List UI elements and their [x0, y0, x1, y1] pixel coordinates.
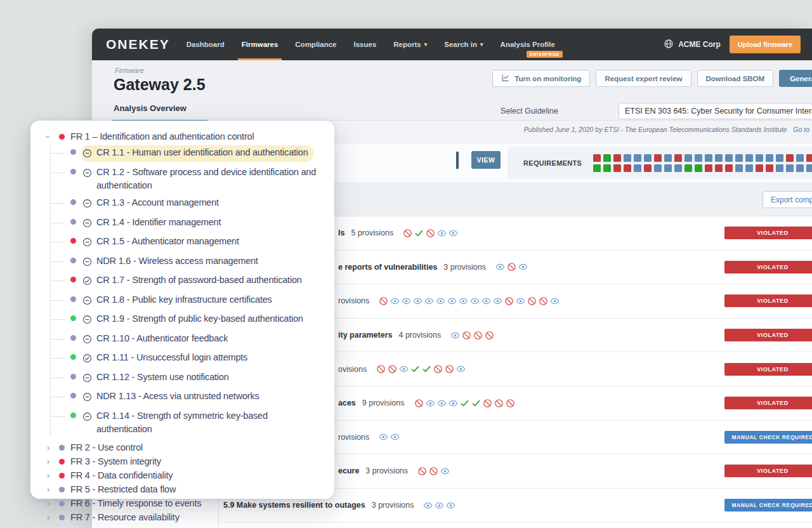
eye-icon	[437, 399, 447, 408]
tree-node-body: CR 1.11 - Unsuccessful login attempts	[81, 350, 252, 367]
status-dot	[70, 315, 76, 321]
prohibited-icon	[485, 331, 494, 340]
nav-item-issues[interactable]: Issues	[353, 29, 376, 60]
tree-node-cr-1-10[interactable]: CR 1.10 - Authenticator feedback	[51, 331, 325, 348]
requirement-square	[644, 164, 652, 172]
tree-node-label: CR 1.3 - Account management	[96, 196, 219, 209]
tree-node-cr-1-5[interactable]: CR 1.5 - Authenticator management	[51, 234, 325, 251]
requirement-square	[735, 164, 743, 172]
chevron-right-icon[interactable]: ›	[43, 471, 53, 480]
nav-item-label: Reports	[393, 41, 421, 48]
org-switcher[interactable]: ACME Corp	[664, 39, 721, 51]
tree-node-fr-4[interactable]: ›FR 4 - Data confidentiality	[43, 470, 325, 482]
firmware-header: Firmware Gateway 2.5 Turn on monitoringR…	[92, 60, 812, 98]
nav-item-label: Analysis Profile	[501, 41, 555, 48]
eye-icon	[426, 399, 435, 408]
chevron-right-icon[interactable]: ›	[43, 499, 53, 508]
prohibited-icon	[403, 228, 412, 238]
tab-analysis-overview[interactable]: Analysis Overview	[114, 103, 187, 113]
status-dot	[70, 277, 76, 282]
requirement-square	[634, 154, 641, 162]
tree-node-fr-2[interactable]: ›FR 2 - Use control	[43, 442, 325, 454]
tree-node-cr-1-4[interactable]: CR 1.4 - Identifier management	[51, 215, 325, 232]
chevron-right-icon[interactable]: ›	[43, 443, 53, 452]
compliance-view-button[interactable]: VIEW	[471, 151, 501, 169]
nav-item-firmwares[interactable]: Firmwares	[242, 29, 278, 60]
nav-item-search-in[interactable]: Search in▾	[444, 29, 483, 60]
nav-item-compliance[interactable]: Compliance	[295, 29, 336, 60]
tree-node-ndr-1-6[interactable]: NDR 1.6 - Wireless access management	[51, 254, 325, 270]
upload-firmware-button[interactable]: Upload firmware	[730, 36, 801, 53]
tree-node-label: CR 1.11 - Unsuccessful login attempts	[96, 351, 247, 364]
status-dot	[70, 219, 76, 225]
status-badge: VIOLATED	[724, 261, 812, 274]
provision-row-title: ecure	[338, 466, 359, 475]
tree-node-cr-1-7[interactable]: CR 1.7 - Strength of password-based auth…	[51, 273, 325, 289]
nav-item-reports[interactable]: Reports▾	[393, 29, 427, 60]
guideline-select[interactable]: ETSI EN 303 645: Cyber Security for Cons…	[619, 103, 812, 119]
prohibited-icon	[504, 296, 514, 306]
nav-item-dashboard[interactable]: Dashboard	[187, 29, 225, 60]
tree-node-cr-1-2[interactable]: CR 1.2 - Software process and device ide…	[51, 165, 325, 193]
chevron-right-icon[interactable]: ›	[43, 513, 53, 522]
chevron-right-icon[interactable]: ›	[43, 485, 53, 494]
download-sbom-button[interactable]: Download SBOM	[697, 70, 774, 87]
chevron-right-icon[interactable]: ›	[43, 457, 53, 466]
tree-node-label: CR 1.14 - Strength of symmetric key-base…	[96, 409, 320, 436]
button-label: Generate	[790, 75, 812, 82]
chevron-down-icon[interactable]: ›	[44, 131, 53, 142]
turn-on-monitoring-button[interactable]: Turn on monitoring	[492, 70, 590, 87]
tree-node-fr1[interactable]: › FR 1 – Identification and authenticati…	[43, 131, 325, 142]
tree-node-fr-6[interactable]: ›FR 6 - Timely response to events	[43, 498, 325, 510]
provision-row-title: ity parameters	[338, 331, 392, 340]
tree-node-cr-1-8[interactable]: CR 1.8 - Public key infrastructure certi…	[51, 293, 325, 309]
tree-node-cr-1-9[interactable]: CR 1.9 - Strength of public key-based au…	[51, 312, 325, 328]
tree-node-label: CR 1.4 - Identifier management	[96, 216, 221, 229]
tree-node-label: CR 1.7 - Strength of password-based auth…	[96, 274, 302, 287]
eye-icon	[495, 262, 505, 272]
tree-node-fr-7[interactable]: ›FR 7 - Resource availability	[43, 512, 325, 524]
eye-icon	[413, 296, 422, 306]
status-dot	[70, 149, 76, 155]
requirement-square	[634, 164, 641, 172]
generate-button[interactable]: Generate	[779, 70, 812, 87]
requirement-square	[745, 154, 753, 162]
tree-node-ndr-1-13[interactable]: NDR 1.13 - Acess via untrusted networks	[51, 389, 325, 406]
tree-node-fr-3[interactable]: ›FR 3 - System integrity	[43, 456, 325, 468]
nav-item-analysis-profile[interactable]: Analysis ProfileENTERPRISE	[501, 29, 555, 60]
minus-circle-icon	[82, 148, 92, 161]
eye-icon	[437, 228, 447, 238]
tree-node-cr-1-12[interactable]: CR 1.12 - System use notification	[51, 370, 325, 386]
tree-node-cr-1-14[interactable]: CR 1.14 - Strength of symmetric key-base…	[51, 409, 325, 437]
requirement-square	[674, 164, 682, 172]
provision-status-icons	[417, 466, 450, 476]
status-dot	[59, 487, 65, 492]
check-circle-icon	[82, 353, 92, 366]
minus-circle-icon	[82, 314, 92, 327]
eye-icon	[390, 296, 400, 306]
tree-node-body: CR 1.14 - Strength of symmetric key-base…	[81, 409, 325, 437]
tree-node-label: NDR 1.6 - Wireless access management	[96, 254, 258, 268]
tree-node-label: CR 1.1 - Human user identification and a…	[96, 146, 308, 159]
requirement-square	[624, 154, 631, 162]
status-dot	[70, 296, 76, 302]
button-label: Turn on monitoring	[514, 75, 581, 82]
export-compliance-button[interactable]: Export compliance	[763, 191, 812, 208]
tree-node-cr-1-3[interactable]: CR 1.3 - Account management	[51, 195, 325, 212]
provision-count: 9 provisions	[362, 399, 405, 407]
eye-icon	[456, 364, 466, 374]
requirement-square	[766, 154, 773, 162]
tree-node-cr-1-11[interactable]: CR 1.11 - Unsuccessful login attempts	[51, 350, 325, 367]
tree-node-cr-1-1[interactable]: CR 1.1 - Human user identification and a…	[51, 145, 325, 162]
requirement-square	[613, 164, 621, 172]
status-badge: MANUAL CHECK REQUIRED	[724, 431, 812, 444]
tree-node-fr-5[interactable]: ›FR 5 - Restricted data flow	[43, 484, 325, 496]
globe-icon	[664, 39, 674, 51]
requirement-square	[796, 164, 804, 172]
nav-menu: DashboardFirmwaresComplianceIssuesReport…	[187, 29, 555, 60]
go-to-link[interactable]: Go to	[793, 126, 809, 133]
clipped-element	[456, 152, 459, 169]
eye-icon	[481, 296, 491, 306]
request-expert-review-button[interactable]: Request expert review	[596, 70, 691, 87]
requirements-tree-popup: › FR 1 – Identification and authenticati…	[30, 121, 334, 499]
